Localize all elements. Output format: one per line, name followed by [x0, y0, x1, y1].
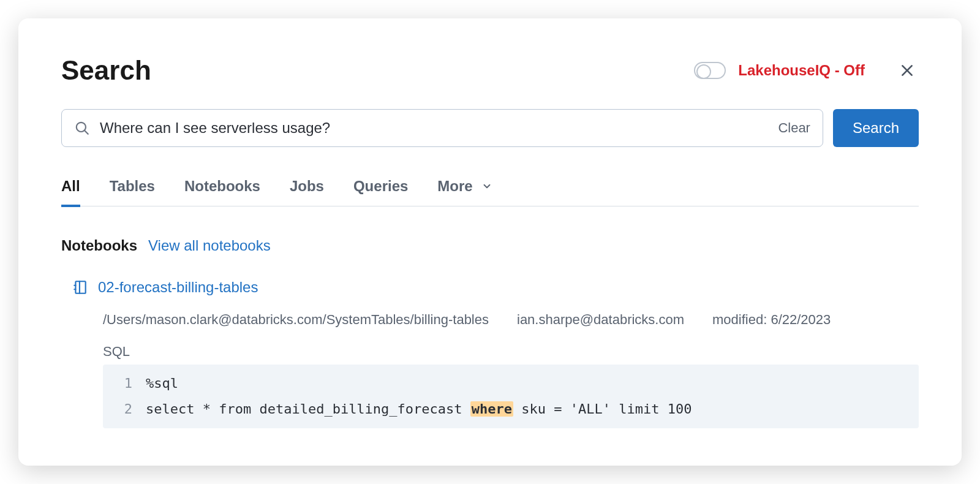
- notebook-icon: [72, 279, 88, 296]
- lakehouseiq-toggle[interactable]: [694, 62, 726, 79]
- code-language: SQL: [103, 344, 919, 360]
- search-button[interactable]: Search: [833, 109, 919, 147]
- search-input[interactable]: [100, 119, 778, 137]
- search-field-wrap: Clear: [61, 109, 823, 147]
- line-number: 2: [103, 396, 146, 422]
- result-modified: modified: 6/22/2023: [712, 312, 831, 328]
- tab-tables[interactable]: Tables: [110, 178, 155, 207]
- close-button[interactable]: [895, 59, 919, 82]
- result-title[interactable]: 02-forecast-billing-tables: [98, 279, 258, 296]
- highlight-match: where: [470, 401, 513, 417]
- line-number: 1: [103, 371, 146, 396]
- page-title: Search: [61, 55, 151, 86]
- close-icon: [899, 62, 915, 78]
- view-all-link[interactable]: View all notebooks: [148, 237, 271, 254]
- code-line-2: select * from detailed_billing_forecast …: [146, 396, 919, 422]
- svg-line-3: [85, 130, 88, 134]
- result-path: /Users/mason.clark@databricks.com/System…: [103, 312, 489, 328]
- lakehouseiq-label: LakehouseIQ - Off: [738, 62, 865, 79]
- tab-queries[interactable]: Queries: [353, 178, 408, 207]
- tab-notebooks[interactable]: Notebooks: [184, 178, 260, 207]
- tab-all[interactable]: All: [61, 178, 80, 207]
- tab-jobs[interactable]: Jobs: [290, 178, 324, 207]
- result-owner: ian.sharpe@databricks.com: [517, 312, 684, 328]
- tab-more[interactable]: More: [437, 178, 492, 207]
- code-block: 1 %sql 2 select * from detailed_billing_…: [103, 365, 919, 428]
- chevron-down-icon: [481, 181, 492, 192]
- clear-button[interactable]: Clear: [778, 120, 810, 136]
- search-icon: [74, 120, 90, 136]
- svg-rect-4: [75, 281, 85, 293]
- section-title: Notebooks: [61, 237, 137, 254]
- code-line-1: %sql: [146, 371, 919, 396]
- tab-more-label: More: [437, 178, 472, 195]
- tabs-bar: All Tables Notebooks Jobs Queries More: [61, 178, 919, 206]
